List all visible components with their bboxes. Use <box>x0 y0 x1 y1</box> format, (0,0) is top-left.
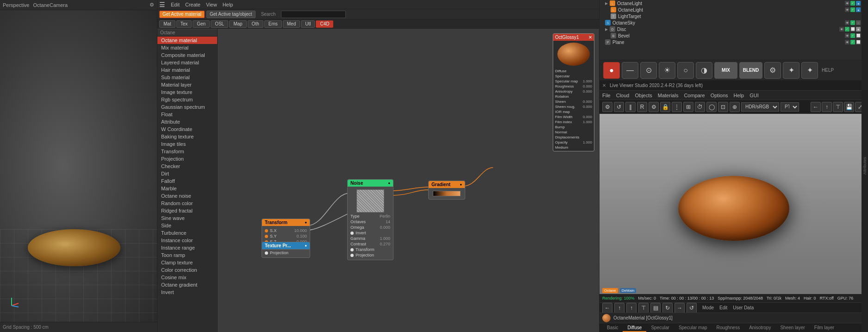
props-nav-undo[interactable]: ↺ <box>687 303 697 313</box>
green2-icon[interactable]: ✓ <box>850 7 855 12</box>
menu-create[interactable]: Create <box>185 2 200 7</box>
lv-nav-filter[interactable]: ⊤ <box>833 102 843 112</box>
outliner-item-disc[interactable]: ▶ D Disc 👁 ✓ ⬜ ■ ● <box>599 26 868 32</box>
settings-button[interactable]: ⚙ <box>764 62 781 79</box>
tab-tex[interactable]: Tex <box>176 20 192 28</box>
sidebar-item-turbulence[interactable]: Turbulence <box>157 229 217 237</box>
eye-icon[interactable]: 👁 <box>845 1 849 6</box>
eye7-icon[interactable]: 👁 <box>845 40 849 44</box>
gray5b[interactable]: ■ <box>856 27 861 31</box>
blend-button[interactable]: BLEND <box>739 62 762 79</box>
node-texture-projection[interactable]: Texture Pr... ● <box>262 242 310 250</box>
tab-ems[interactable]: Ems <box>264 20 282 28</box>
props-tab-specular[interactable]: Specular <box>646 324 674 332</box>
get-active-tag-button[interactable]: Get Active tag/object <box>206 11 256 18</box>
lv-menu-help[interactable]: Help <box>734 93 744 98</box>
sidebar-item-instance-color[interactable]: Instance color <box>157 237 217 244</box>
green-icon[interactable]: ✓ <box>850 1 855 6</box>
eye2-icon[interactable]: 👁 <box>845 7 849 12</box>
lv-menu-gui[interactable]: GUI <box>749 93 759 98</box>
lv-nav-up[interactable]: ↑ <box>822 102 832 112</box>
sidebar-item-dirt[interactable]: Dirt <box>157 170 217 177</box>
lv-tool-gear[interactable]: ⚙ <box>649 102 659 112</box>
hamburger-icon[interactable]: ☰ <box>159 1 165 8</box>
sidebar-item-marble[interactable]: Marble <box>157 185 217 192</box>
sidebar-item-layered-material[interactable]: Layered material <box>157 59 217 66</box>
lv-tool-orbit[interactable]: ↺ <box>614 102 624 112</box>
sidebar-item-instance-range[interactable]: Instance range <box>157 244 217 251</box>
lv-tool-crop[interactable]: ⊡ <box>718 102 728 112</box>
green7-icon[interactable]: ✓ <box>850 40 855 44</box>
props-tab-anisotropy[interactable]: Anisotropy <box>744 324 775 332</box>
outliner-item-plane[interactable]: P Plane 👁 ✓ ⬜ ■ <box>599 39 868 45</box>
gray5a[interactable]: ⬜ <box>850 27 855 31</box>
star-button[interactable]: ✦ <box>783 62 799 79</box>
sidebar-item-invert[interactable]: Invert <box>157 288 217 296</box>
sidebar-item-w-coordinate[interactable]: W Coordinate <box>157 125 217 133</box>
sidebar-item-octane-material[interactable]: Octane material <box>157 37 217 44</box>
tab-osl[interactable]: OSL <box>211 20 228 28</box>
tab-utl[interactable]: Utl <box>301 20 315 28</box>
node-gradient[interactable]: Gradient ● <box>428 181 465 200</box>
green5-icon[interactable]: ✓ <box>845 27 849 31</box>
lv-tool-reset[interactable]: R <box>637 102 647 112</box>
menu-view[interactable]: View <box>206 2 217 7</box>
viewport-camera-icon[interactable]: ⚙ <box>150 2 154 8</box>
sidebar-item-cosine-mix[interactable]: Cosine mix <box>157 274 217 281</box>
eye5-icon[interactable]: 👁 <box>839 27 844 31</box>
sidebar-item-float[interactable]: Float <box>157 111 217 118</box>
lv-render-mode-select[interactable]: PT DL PMC <box>781 102 799 112</box>
tab-oth[interactable]: Oth <box>248 20 263 28</box>
props-nav-forward[interactable]: → <box>674 303 685 313</box>
props-nav-top[interactable]: ⊤ <box>638 303 649 313</box>
lv-tool-clock[interactable]: ⏱ <box>695 102 705 112</box>
sidebar-item-clamp-texture[interactable]: Clamp texture <box>157 259 217 266</box>
node-transform[interactable]: Transform ● S.X10.000 S.Y0.100 S.Z0.000 … <box>262 219 310 258</box>
props-tab-basic[interactable]: Basic <box>602 324 623 332</box>
props-tab-film[interactable]: Film layer <box>810 324 839 332</box>
props-userdata-label[interactable]: User Data <box>733 305 754 310</box>
blue-icon[interactable]: ● <box>856 1 861 6</box>
lv-tool-dots[interactable]: ⋮ <box>672 102 682 112</box>
sidebar-item-octane-gradient[interactable]: Octane gradient <box>157 281 217 288</box>
props-mode-label[interactable]: Mode <box>702 305 714 310</box>
region-button[interactable]: ⊙ <box>640 62 657 79</box>
green4-icon[interactable]: ✓ <box>850 20 855 25</box>
outliner-item-octanesky[interactable]: S OctaneSky 👁 ✓ ○ ■ <box>599 19 868 26</box>
lv-tool-settings[interactable]: ⚙ <box>602 102 612 112</box>
lv-tool-grid[interactable]: ⊞ <box>683 102 693 112</box>
sidebar-item-mix-material[interactable]: Mix material <box>157 44 217 51</box>
sphere-button[interactable]: ○ <box>677 62 694 79</box>
lv-color-mode-select[interactable]: HDR/sRGB LDR/sRGB <box>741 102 779 112</box>
sidebar-item-rgb-spectrum[interactable]: Rgb spectrum <box>157 96 217 103</box>
tab-map[interactable]: Map <box>229 20 246 28</box>
sidebar-item-sub-material[interactable]: Sub material <box>157 74 217 81</box>
render-button[interactable]: ● <box>603 62 620 79</box>
lv-nav-save[interactable]: 💾 <box>844 102 854 112</box>
green6-icon[interactable]: ✓ <box>850 33 855 38</box>
tab-med[interactable]: Med <box>283 20 300 28</box>
sidebar-item-octane-noise[interactable]: Octane noise <box>157 192 217 200</box>
get-active-material-button[interactable]: Get Active material <box>159 11 205 18</box>
lv-menu-objects[interactable]: Objects <box>635 93 652 98</box>
search-input[interactable] <box>281 11 346 18</box>
props-nav-refresh[interactable]: ↻ <box>662 303 673 313</box>
sidebar-item-image-tiles[interactable]: Image tiles <box>157 140 217 148</box>
pause-button[interactable]: — <box>622 62 638 79</box>
sidebar-item-ridged-fractal[interactable]: Ridged fractal <box>157 207 217 214</box>
lv-menu-options[interactable]: Options <box>711 93 728 98</box>
sun-button[interactable]: ☀ <box>659 62 675 79</box>
props-nav-up1[interactable]: ↑ <box>614 303 624 313</box>
tab-mat[interactable]: Mat <box>159 20 175 28</box>
sidebar-item-toon-ramp[interactable]: Toon ramp <box>157 251 217 259</box>
props-nav-list[interactable]: ▤ <box>650 303 661 313</box>
outliner-item-bevel[interactable]: B Bevel 👁 ✓ ⬜ ■ <box>599 32 868 39</box>
eye4-icon[interactable]: 👁 <box>845 20 849 25</box>
mix-button[interactable]: MIX <box>714 62 737 79</box>
lv-menu-file[interactable]: File <box>602 93 611 98</box>
outliner-item-lighttarget[interactable]: T LightTarget 👁 <box>599 13 868 19</box>
sidebar-item-baking-texture[interactable]: Baking texture <box>157 133 217 140</box>
sidebar-item-color-correction[interactable]: Color correction <box>157 266 217 274</box>
sidebar-item-attribute[interactable]: Attribute <box>157 118 217 125</box>
sidebar-item-material-layer[interactable]: Material layer <box>157 81 217 88</box>
